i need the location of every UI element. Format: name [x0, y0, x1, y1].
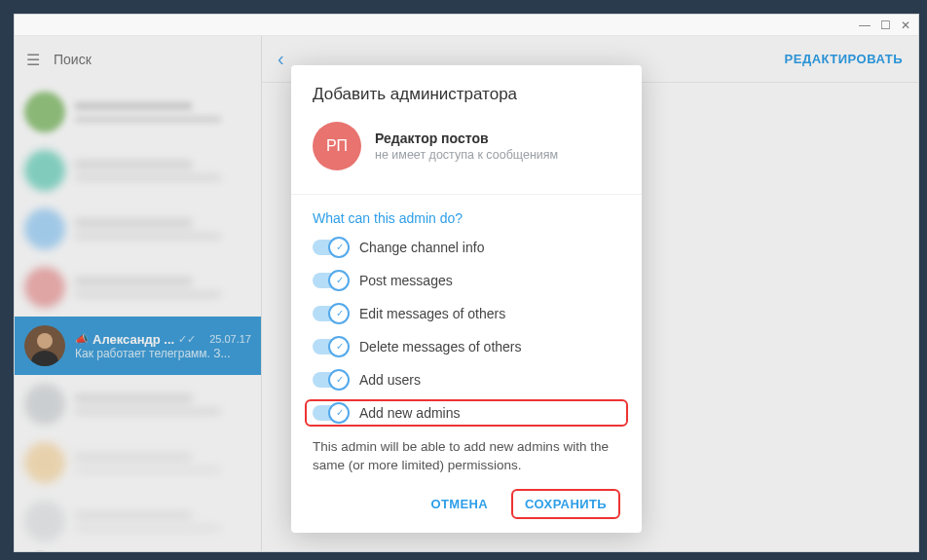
close-icon[interactable]: ✕ [901, 19, 910, 32]
perm-label: Add users [359, 372, 421, 388]
perm-label: Edit messages of others [359, 306, 505, 321]
modal-title: Добавить администратора [313, 85, 620, 104]
minimize-icon[interactable]: — [859, 19, 871, 32]
toggle-edit-others[interactable]: ✓ [313, 306, 348, 321]
perm-post-messages: ✓ Post messages [313, 273, 620, 288]
perm-label: Add new admins [359, 405, 461, 421]
divider [291, 194, 642, 195]
permissions-section-title: What can this admin do? [313, 210, 620, 226]
perm-edit-others: ✓ Edit messages of others [313, 306, 620, 321]
app-window: — ☐ ✕ ☰ 📣 Александр ... [14, 14, 919, 552]
maximize-icon[interactable]: ☐ [880, 19, 891, 32]
cancel-button[interactable]: ОТМЕНА [417, 489, 501, 519]
toggle-add-admins[interactable]: ✓ [313, 405, 348, 421]
perm-label: Change channel info [359, 240, 484, 255]
admin-name: Редактор постов [375, 131, 558, 146]
admin-status: не имеет доступа к сообщениям [375, 148, 558, 162]
perm-delete-others: ✓ Delete messages of others [313, 339, 620, 355]
perm-add-admins-highlighted: ✓ Add new admins [305, 399, 628, 427]
perm-change-info: ✓ Change channel info [313, 240, 620, 255]
perm-add-users: ✓ Add users [313, 372, 620, 388]
toggle-add-users[interactable]: ✓ [313, 372, 348, 388]
perm-label: Post messages [359, 273, 453, 288]
toggle-change-info[interactable]: ✓ [313, 240, 348, 255]
toggle-delete-others[interactable]: ✓ [313, 339, 348, 355]
save-button[interactable]: СОХРАНИТЬ [511, 489, 620, 519]
window-titlebar: — ☐ ✕ [15, 15, 918, 36]
permissions-note: This admin will be able to add new admin… [313, 438, 620, 475]
toggle-post-messages[interactable]: ✓ [313, 273, 348, 288]
admin-card: РП Редактор постов не имеет доступа к со… [313, 122, 620, 170]
admin-avatar: РП [313, 122, 361, 170]
perm-label: Delete messages of others [359, 339, 522, 355]
add-admin-modal: Добавить администратора РП Редактор пост… [291, 65, 642, 533]
